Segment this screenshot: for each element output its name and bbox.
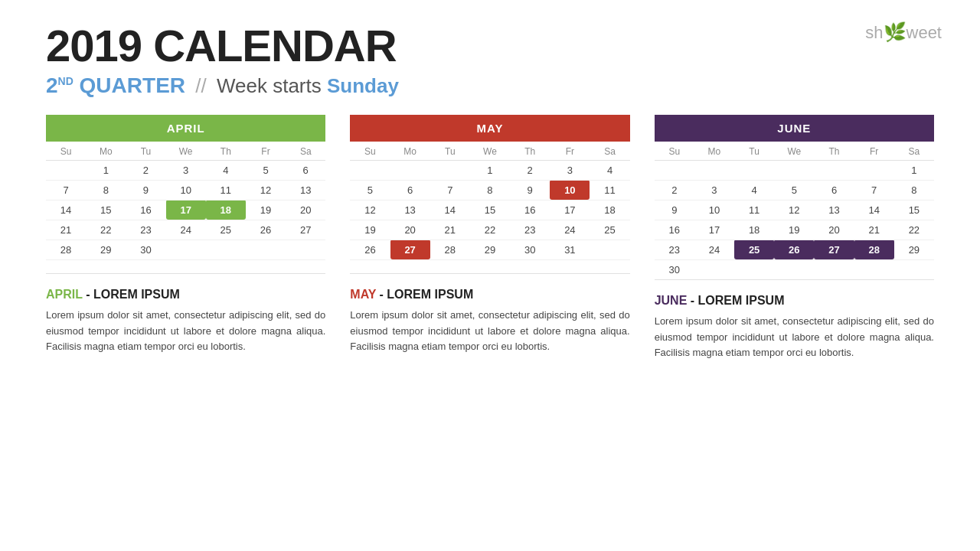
table-cell: 29 [470,240,510,259]
may-column: MAY Su Mo Tu We Th Fr Sa [350,115,629,355]
june-day-names: Su Mo Tu We Th Fr Sa [655,142,934,161]
april-tu: Tu [126,142,165,161]
table-row: 30 [655,259,934,279]
table-cell: 15 [86,200,126,220]
table-cell: 22 [470,220,510,240]
quarter-number: 2ND QUARTER [46,73,185,97]
table-cell: 23 [510,220,550,240]
april-sa: Sa [286,142,325,161]
may-tu: Tu [430,142,470,161]
table-cell: 12 [350,200,390,220]
quarter-label: QUARTER [80,73,185,97]
table-cell: 6 [286,160,325,180]
table-cell [814,259,854,279]
table-cell: 25 [590,220,629,240]
table-cell: 22 [86,220,126,240]
table-row: 5 6 7 8 9 10 11 [350,180,629,200]
table-cell: 16 [655,220,694,240]
table-cell: 8 [470,180,510,200]
table-cell [166,240,206,259]
table-cell [694,160,734,180]
table-cell: 16 [126,200,165,220]
may-header: MAY [350,115,629,142]
week-starts-text: Week starts [217,74,322,97]
table-cell: 6 [814,180,854,200]
table-cell: 29 [894,240,934,259]
header-title: 2019 CALENDAR [46,21,934,70]
may-calendar: MAY Su Mo Tu We Th Fr Sa [350,115,629,274]
may-header-row: MAY [350,115,629,142]
table-cell [734,160,774,180]
table-cell: 8 [86,180,126,200]
table-cell: 7 [854,180,894,200]
table-row: 19 20 21 22 23 24 25 [350,220,629,240]
may-body: 1 2 3 4 5 6 7 8 9 10 11 [350,160,629,273]
april-su: Su [46,142,86,161]
april-calendar: APRIL Su Mo Tu We Th Fr Sa 1 [46,115,325,274]
table-cell [655,160,694,180]
june-tu: Tu [734,142,774,161]
june-26-highlighted: 26 [774,240,814,259]
table-cell: 25 [206,220,246,240]
table-cell: 15 [470,200,510,220]
sunday-text: Sunday [327,74,399,97]
table-cell: 20 [286,200,325,220]
table-cell: 9 [126,180,165,200]
table-cell: 2 [126,160,165,180]
table-cell: 4 [734,180,774,200]
table-row: 12 13 14 15 16 17 18 [350,200,629,220]
may-th: Th [510,142,550,161]
table-cell: 21 [430,220,470,240]
logo-weet: weet [906,23,942,42]
table-cell [206,240,246,259]
table-cell: 10 [166,180,206,200]
table-cell: 1 [894,160,934,180]
table-cell: 12 [246,180,286,200]
june-header-row: JUNE [655,115,934,142]
may-label-suffix: - LOREM IPSUM [376,288,473,301]
june-mo: Mo [694,142,734,161]
table-row: 26 27 28 29 30 31 [350,240,629,259]
table-cell [694,259,734,279]
table-cell: 3 [166,160,206,180]
april-day-names: Su Mo Tu We Th Fr Sa [46,142,325,161]
table-row: 16 17 18 19 20 21 22 [655,220,934,240]
table-cell: 5 [350,180,390,200]
table-cell: 30 [655,259,694,279]
april-label-name: APRIL [46,288,83,301]
table-cell [774,160,814,180]
table-row: 2 3 4 5 6 7 8 [655,180,934,200]
table-row: 9 10 11 12 13 14 15 [655,200,934,220]
table-row: 28 29 30 [46,240,325,259]
june-we: We [774,142,814,161]
table-row: 7 8 9 10 11 12 13 [46,180,325,200]
table-cell: 3 [550,160,590,180]
table-cell: 29 [86,240,126,259]
table-cell: 24 [694,240,734,259]
table-cell: 16 [510,200,550,220]
table-cell: 31 [550,240,590,259]
table-cell: 14 [46,200,86,220]
slash: // [195,74,206,97]
table-cell: 24 [550,220,590,240]
may-27-highlighted: 27 [390,240,430,259]
table-cell: 8 [894,180,934,200]
table-cell: 11 [590,180,629,200]
table-cell: 3 [694,180,734,200]
table-cell: 28 [46,240,86,259]
june-calendar: JUNE Su Mo Tu We Th Fr Sa [655,115,934,280]
table-cell: 13 [286,180,325,200]
table-row: 14 15 16 17 18 19 20 [46,200,325,220]
table-cell: 18 [734,220,774,240]
table-cell: 15 [894,200,934,220]
table-cell: 1 [470,160,510,180]
table-cell [46,160,86,180]
table-cell: 4 [590,160,629,180]
table-cell: 22 [894,220,934,240]
quarter-sup: ND [58,74,74,86]
table-cell: 20 [814,220,854,240]
may-day-names: Su Mo Tu We Th Fr Sa [350,142,629,161]
june-28-highlighted: 28 [854,240,894,259]
table-cell: 20 [390,220,430,240]
table-cell: 5 [246,160,286,180]
